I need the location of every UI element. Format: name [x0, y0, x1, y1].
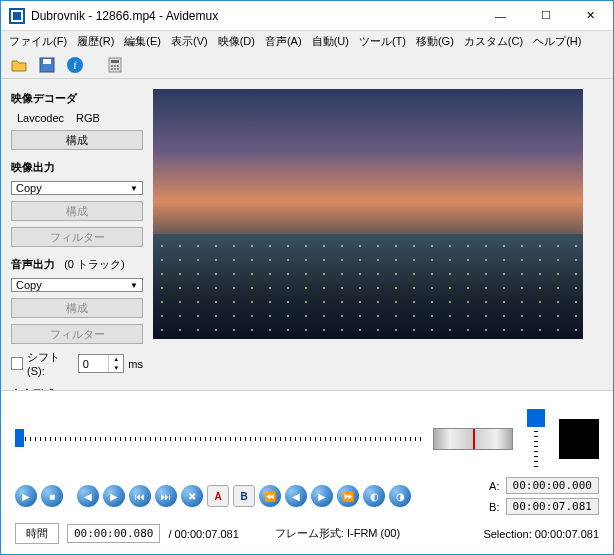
- audio-configure-button[interactable]: 構成: [11, 298, 143, 318]
- svg-rect-2: [13, 12, 21, 20]
- menu-audio[interactable]: 音声(A): [261, 32, 306, 51]
- menu-help[interactable]: ヘルプ(H): [529, 32, 585, 51]
- set-a-button[interactable]: A: [207, 485, 229, 507]
- audio-filter-button[interactable]: フィルター: [11, 324, 143, 344]
- time-value[interactable]: 00:00:00.080: [67, 524, 160, 543]
- goto-end-button[interactable]: ⏩: [337, 485, 359, 507]
- b-label: B:: [489, 501, 499, 513]
- menu-go[interactable]: 移動(G): [412, 32, 458, 51]
- audio-out-select[interactable]: Copy: [11, 278, 143, 292]
- menu-auto[interactable]: 自動(U): [308, 32, 353, 51]
- time-label-box[interactable]: 時間: [15, 523, 59, 544]
- video-out-select[interactable]: Copy: [11, 181, 143, 195]
- svg-point-12: [111, 68, 113, 70]
- toolbar: i: [1, 51, 613, 79]
- video-preview: [153, 89, 583, 339]
- goto-b-button[interactable]: ▶: [311, 485, 333, 507]
- svg-point-10: [114, 65, 116, 67]
- volume-slider[interactable]: [525, 409, 547, 469]
- next-frame-button[interactable]: ▶: [103, 485, 125, 507]
- decoder-color: RGB: [76, 112, 100, 124]
- svg-rect-8: [111, 60, 119, 63]
- jog-wheel[interactable]: [433, 428, 513, 450]
- titlebar: Dubrovnik - 12866.mp4 - Avidemux — ☐ ✕: [1, 1, 613, 31]
- prev-keyframe-button[interactable]: ⏮: [129, 485, 151, 507]
- menubar: ファイル(F) 履歴(R) 編集(E) 表示(V) 映像(D) 音声(A) 自動…: [1, 31, 613, 51]
- stop-button[interactable]: ■: [41, 485, 63, 507]
- decoder-configure-button[interactable]: 構成: [11, 130, 143, 150]
- shift-unit: ms: [128, 358, 143, 370]
- total-time: / 00:00:07.081: [168, 528, 238, 540]
- save-button[interactable]: [35, 53, 59, 77]
- video-filter-button[interactable]: フィルター: [11, 227, 143, 247]
- set-b-button[interactable]: B: [233, 485, 255, 507]
- svg-rect-4: [43, 59, 51, 64]
- selection-label: Selection: 00:00:07.081: [483, 528, 599, 540]
- b-time: 00:00:07.081: [506, 498, 599, 515]
- prev-black-button[interactable]: ◐: [363, 485, 385, 507]
- menu-tools[interactable]: ツール(T): [355, 32, 410, 51]
- next-keyframe-button[interactable]: ⏭: [155, 485, 177, 507]
- app-icon: [9, 8, 25, 24]
- shift-checkbox[interactable]: [11, 357, 23, 370]
- preview-area: [153, 79, 613, 390]
- audio-out-label: 音声出力 (0 トラック): [11, 257, 143, 272]
- svg-point-11: [117, 65, 119, 67]
- menu-file[interactable]: ファイル(F): [5, 32, 71, 51]
- menu-video[interactable]: 映像(D): [214, 32, 259, 51]
- play-button[interactable]: ▶: [15, 485, 37, 507]
- goto-a-button[interactable]: ◀: [285, 485, 307, 507]
- video-out-label: 映像出力: [11, 160, 143, 175]
- a-label: A:: [489, 480, 499, 492]
- bottom-panel: ▶ ■ ◀ ▶ ⏮ ⏭ ✖ A B ⏪ ◀ ▶ ⏩ ◐ ◑ A:00:00:00…: [1, 390, 613, 554]
- svg-point-9: [111, 65, 113, 67]
- menu-history[interactable]: 履歴(R): [73, 32, 118, 51]
- svg-point-14: [117, 68, 119, 70]
- thumbnail: [559, 419, 599, 459]
- goto-start-button[interactable]: ⏪: [259, 485, 281, 507]
- window-title: Dubrovnik - 12866.mp4 - Avidemux: [31, 9, 478, 23]
- svg-text:i: i: [73, 58, 76, 72]
- svg-point-13: [114, 68, 116, 70]
- sidebar: 映像デコーダ Lavcodec RGB 構成 映像出力 Copy 構成 フィルタ…: [1, 79, 153, 390]
- shift-label: シフト(S):: [27, 350, 74, 377]
- next-black-button[interactable]: ◑: [389, 485, 411, 507]
- menu-edit[interactable]: 編集(E): [120, 32, 165, 51]
- decoder-codec: Lavcodec: [17, 112, 64, 124]
- shift-spinner[interactable]: 0 ▲▼: [78, 354, 125, 373]
- a-time: 00:00:00.000: [506, 477, 599, 494]
- info-button[interactable]: i: [63, 53, 87, 77]
- frame-type: フレーム形式: I-FRM (00): [275, 526, 400, 541]
- prev-frame-button[interactable]: ◀: [77, 485, 99, 507]
- timeline-slider[interactable]: [15, 429, 421, 449]
- decoder-label: 映像デコーダ: [11, 91, 143, 106]
- close-button[interactable]: ✕: [568, 1, 613, 30]
- menu-custom[interactable]: カスタム(C): [460, 32, 527, 51]
- menu-view[interactable]: 表示(V): [167, 32, 212, 51]
- maximize-button[interactable]: ☐: [523, 1, 568, 30]
- video-configure-button[interactable]: 構成: [11, 201, 143, 221]
- delete-button[interactable]: ✖: [181, 485, 203, 507]
- calculator-button[interactable]: [103, 53, 127, 77]
- minimize-button[interactable]: —: [478, 1, 523, 30]
- open-button[interactable]: [7, 53, 31, 77]
